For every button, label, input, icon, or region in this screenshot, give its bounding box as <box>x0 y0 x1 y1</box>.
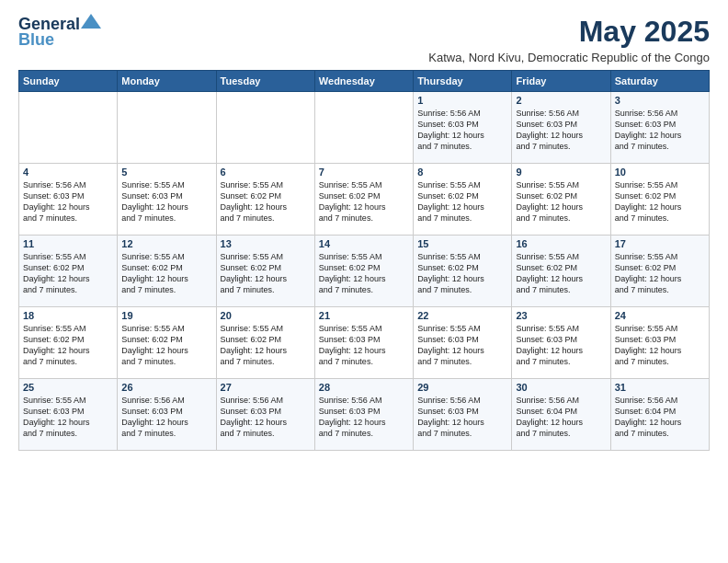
day-number: 14 <box>319 238 409 249</box>
day-info: Sunrise: 5:56 AM Sunset: 6:03 PM Dayligh… <box>417 108 507 153</box>
header: General Blue May 2025 Katwa, Nord Kivu, … <box>18 15 710 64</box>
day-info: Sunrise: 5:55 AM Sunset: 6:02 PM Dayligh… <box>221 323 311 368</box>
day-info: Sunrise: 5:55 AM Sunset: 6:02 PM Dayligh… <box>319 179 409 224</box>
calendar-cell: 23Sunrise: 5:55 AM Sunset: 6:03 PM Dayli… <box>512 307 610 379</box>
day-number: 30 <box>516 382 606 393</box>
title-area: May 2025 Katwa, Nord Kivu, Democratic Re… <box>428 15 710 64</box>
day-info: Sunrise: 5:55 AM Sunset: 6:03 PM Dayligh… <box>615 323 705 368</box>
day-number: 6 <box>221 167 311 178</box>
col-tuesday: Tuesday <box>216 71 314 92</box>
day-number: 28 <box>319 382 409 393</box>
day-info: Sunrise: 5:55 AM Sunset: 6:02 PM Dayligh… <box>417 251 507 296</box>
day-info: Sunrise: 5:55 AM Sunset: 6:02 PM Dayligh… <box>221 179 311 224</box>
calendar-cell: 17Sunrise: 5:55 AM Sunset: 6:02 PM Dayli… <box>610 236 709 307</box>
day-number: 18 <box>23 310 113 321</box>
day-number: 11 <box>23 238 113 249</box>
day-info: Sunrise: 5:55 AM Sunset: 6:03 PM Dayligh… <box>319 323 409 368</box>
calendar-cell: 11Sunrise: 5:55 AM Sunset: 6:02 PM Dayli… <box>19 236 118 307</box>
day-info: Sunrise: 5:55 AM Sunset: 6:03 PM Dayligh… <box>516 323 606 368</box>
page: General Blue May 2025 Katwa, Nord Kivu, … <box>0 0 728 563</box>
day-number: 22 <box>417 310 507 321</box>
calendar-cell: 3Sunrise: 5:56 AM Sunset: 6:03 PM Daylig… <box>610 92 709 164</box>
day-number: 17 <box>615 238 705 249</box>
day-number: 13 <box>221 238 311 249</box>
day-number: 26 <box>121 382 211 393</box>
day-number: 5 <box>121 167 211 178</box>
calendar-cell: 29Sunrise: 5:56 AM Sunset: 6:03 PM Dayli… <box>414 379 512 451</box>
day-info: Sunrise: 5:55 AM Sunset: 6:02 PM Dayligh… <box>516 179 606 224</box>
day-info: Sunrise: 5:56 AM Sunset: 6:04 PM Dayligh… <box>516 395 606 440</box>
calendar-week-4: 18Sunrise: 5:55 AM Sunset: 6:02 PM Dayli… <box>19 307 710 379</box>
calendar-cell: 25Sunrise: 5:55 AM Sunset: 6:03 PM Dayli… <box>19 379 118 451</box>
calendar-cell: 2Sunrise: 5:56 AM Sunset: 6:03 PM Daylig… <box>512 92 610 164</box>
calendar-cell: 7Sunrise: 5:55 AM Sunset: 6:02 PM Daylig… <box>314 164 413 236</box>
col-wednesday: Wednesday <box>314 71 413 92</box>
main-title: May 2025 <box>428 15 710 49</box>
day-number: 20 <box>221 310 311 321</box>
day-number: 24 <box>615 310 705 321</box>
day-info: Sunrise: 5:56 AM Sunset: 6:03 PM Dayligh… <box>417 395 507 440</box>
day-info: Sunrise: 5:55 AM Sunset: 6:03 PM Dayligh… <box>121 179 211 224</box>
day-info: Sunrise: 5:56 AM Sunset: 6:03 PM Dayligh… <box>121 395 211 440</box>
day-number: 9 <box>516 167 606 178</box>
calendar-cell: 8Sunrise: 5:55 AM Sunset: 6:02 PM Daylig… <box>414 164 512 236</box>
calendar-cell: 1Sunrise: 5:56 AM Sunset: 6:03 PM Daylig… <box>414 92 512 164</box>
calendar-cell: 4Sunrise: 5:56 AM Sunset: 6:03 PM Daylig… <box>19 164 118 236</box>
col-friday: Friday <box>512 71 610 92</box>
day-info: Sunrise: 5:55 AM Sunset: 6:03 PM Dayligh… <box>417 323 507 368</box>
day-number: 16 <box>516 238 606 249</box>
day-info: Sunrise: 5:56 AM Sunset: 6:03 PM Dayligh… <box>319 395 409 440</box>
day-number: 12 <box>121 238 211 249</box>
day-number: 1 <box>417 95 507 106</box>
day-number: 19 <box>121 310 211 321</box>
subtitle: Katwa, Nord Kivu, Democratic Republic of… <box>428 51 710 64</box>
svg-marker-0 <box>81 14 101 29</box>
day-number: 2 <box>516 95 606 106</box>
calendar-cell: 5Sunrise: 5:55 AM Sunset: 6:03 PM Daylig… <box>118 164 216 236</box>
calendar-cell: 22Sunrise: 5:55 AM Sunset: 6:03 PM Dayli… <box>414 307 512 379</box>
day-number: 8 <box>417 167 507 178</box>
calendar-body: 1Sunrise: 5:56 AM Sunset: 6:03 PM Daylig… <box>19 92 710 451</box>
day-number: 23 <box>516 310 606 321</box>
day-info: Sunrise: 5:56 AM Sunset: 6:04 PM Dayligh… <box>615 395 705 440</box>
day-info: Sunrise: 5:56 AM Sunset: 6:03 PM Dayligh… <box>221 395 311 440</box>
day-info: Sunrise: 5:55 AM Sunset: 6:02 PM Dayligh… <box>121 251 211 296</box>
day-info: Sunrise: 5:56 AM Sunset: 6:03 PM Dayligh… <box>615 108 705 153</box>
weekday-row: Sunday Monday Tuesday Wednesday Thursday… <box>19 71 710 92</box>
day-info: Sunrise: 5:55 AM Sunset: 6:02 PM Dayligh… <box>121 323 211 368</box>
day-number: 27 <box>221 382 311 393</box>
col-monday: Monday <box>118 71 216 92</box>
calendar-cell: 10Sunrise: 5:55 AM Sunset: 6:02 PM Dayli… <box>610 164 709 236</box>
calendar-cell: 6Sunrise: 5:55 AM Sunset: 6:02 PM Daylig… <box>216 164 314 236</box>
calendar-week-2: 4Sunrise: 5:56 AM Sunset: 6:03 PM Daylig… <box>19 164 710 236</box>
col-thursday: Thursday <box>414 71 512 92</box>
day-info: Sunrise: 5:56 AM Sunset: 6:03 PM Dayligh… <box>23 179 113 224</box>
calendar-week-3: 11Sunrise: 5:55 AM Sunset: 6:02 PM Dayli… <box>19 236 710 307</box>
calendar-cell: 16Sunrise: 5:55 AM Sunset: 6:02 PM Dayli… <box>512 236 610 307</box>
logo-icon <box>81 14 101 29</box>
calendar-week-5: 25Sunrise: 5:55 AM Sunset: 6:03 PM Dayli… <box>19 379 710 451</box>
day-info: Sunrise: 5:55 AM Sunset: 6:02 PM Dayligh… <box>417 179 507 224</box>
calendar-week-1: 1Sunrise: 5:56 AM Sunset: 6:03 PM Daylig… <box>19 92 710 164</box>
day-number: 15 <box>417 238 507 249</box>
calendar-cell: 14Sunrise: 5:55 AM Sunset: 6:02 PM Dayli… <box>314 236 413 307</box>
day-number: 4 <box>23 167 113 178</box>
calendar: Sunday Monday Tuesday Wednesday Thursday… <box>18 70 710 451</box>
day-info: Sunrise: 5:55 AM Sunset: 6:02 PM Dayligh… <box>23 251 113 296</box>
calendar-cell: 28Sunrise: 5:56 AM Sunset: 6:03 PM Dayli… <box>314 379 413 451</box>
calendar-header: Sunday Monday Tuesday Wednesday Thursday… <box>19 71 710 92</box>
day-info: Sunrise: 5:55 AM Sunset: 6:02 PM Dayligh… <box>319 251 409 296</box>
day-info: Sunrise: 5:55 AM Sunset: 6:02 PM Dayligh… <box>23 323 113 368</box>
day-number: 10 <box>615 167 705 178</box>
calendar-cell: 21Sunrise: 5:55 AM Sunset: 6:03 PM Dayli… <box>314 307 413 379</box>
day-number: 21 <box>319 310 409 321</box>
col-saturday: Saturday <box>610 71 709 92</box>
calendar-cell: 18Sunrise: 5:55 AM Sunset: 6:02 PM Dayli… <box>19 307 118 379</box>
day-info: Sunrise: 5:56 AM Sunset: 6:03 PM Dayligh… <box>516 108 606 153</box>
day-number: 3 <box>615 95 705 106</box>
day-number: 29 <box>417 382 507 393</box>
calendar-cell <box>19 92 118 164</box>
day-number: 7 <box>319 167 409 178</box>
calendar-cell: 31Sunrise: 5:56 AM Sunset: 6:04 PM Dayli… <box>610 379 709 451</box>
calendar-cell: 15Sunrise: 5:55 AM Sunset: 6:02 PM Dayli… <box>414 236 512 307</box>
